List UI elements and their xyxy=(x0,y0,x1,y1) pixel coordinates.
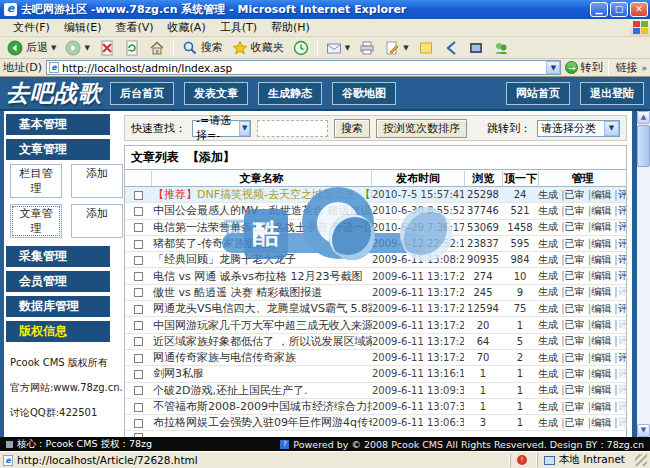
manage-link-3[interactable]: 评论 xyxy=(618,319,626,330)
history-button[interactable] xyxy=(290,39,312,57)
manage-link-3[interactable]: 评论 xyxy=(618,270,626,281)
article-title-link[interactable]: 电信第一法荣誉单条130名战士录音 奇迹一区 xyxy=(151,220,372,235)
article-title-link[interactable]: 网通传奇家族与电信传奇家族 xyxy=(151,350,372,365)
links-label[interactable]: 链接 xyxy=(615,60,637,75)
close-button[interactable]: ✕ xyxy=(630,2,648,17)
minimize-button[interactable]: ▁ xyxy=(590,2,608,17)
manage-link-1[interactable]: 已审 xyxy=(565,401,585,412)
manage-link-1[interactable]: 已审 xyxy=(565,368,585,379)
manage-link-3[interactable]: 评论 xyxy=(618,286,626,297)
scrollbar-track[interactable] xyxy=(637,124,650,424)
search-button[interactable]: 搜索 xyxy=(179,39,226,57)
vertical-scrollbar[interactable]: ▲ ▼ xyxy=(637,111,650,437)
manage-link-0[interactable]: 生成 xyxy=(538,335,558,346)
manage-link-2[interactable]: 编辑 xyxy=(591,254,611,265)
manage-link-2[interactable]: 编辑 xyxy=(591,221,611,232)
checkbox[interactable] xyxy=(134,321,143,330)
manage-link-0[interactable]: 生成 xyxy=(538,286,558,297)
manage-link-2[interactable]: 编辑 xyxy=(591,368,611,379)
scroll-down-icon[interactable]: ▼ xyxy=(637,424,650,437)
article-title-link[interactable]: 中国网游玩家几千万大军中超三成无收入来源 xyxy=(151,318,372,333)
resize-grip[interactable] xyxy=(635,454,647,466)
sidebar-group[interactable]: 数据库管理 xyxy=(6,296,110,317)
links-chevron-icon[interactable]: » xyxy=(641,63,647,73)
manage-link-2[interactable]: 编辑 xyxy=(591,352,611,363)
sidebar-subitem[interactable]: 栏目管理 xyxy=(10,164,62,198)
manage-link-0[interactable]: 生成 xyxy=(538,270,558,281)
menu-item[interactable]: 收藏(A) xyxy=(161,18,213,37)
checkbox[interactable] xyxy=(134,433,143,437)
checkbox[interactable] xyxy=(134,305,143,314)
edit-button[interactable]: ▼ xyxy=(381,39,411,57)
forward-button[interactable]: ▼ xyxy=(62,39,92,57)
header-nav-button[interactable]: 发表文章 xyxy=(184,82,248,105)
article-title-link[interactable]: 个破2D游戏,还扯上国民生产了. xyxy=(151,383,372,398)
jump-select[interactable]: 请选择分类 ▼ xyxy=(537,120,620,137)
sidebar-group[interactable]: 版权信息 xyxy=(6,321,110,342)
manage-link-0[interactable]: 生成 xyxy=(538,254,558,265)
checkbox[interactable] xyxy=(134,386,143,395)
manage-link-1[interactable]: 已审 xyxy=(565,384,585,395)
manage-link-2[interactable]: 编辑 xyxy=(591,417,611,428)
notes-button[interactable] xyxy=(415,39,437,57)
manage-link-0[interactable]: 生成 xyxy=(538,319,558,330)
manage-link-2[interactable]: 编辑 xyxy=(591,189,611,200)
article-title-link[interactable]: 【推荐】DNF搞笑视频-去天空之城怎么走 【荐】 xyxy=(151,187,372,202)
manage-link-3[interactable]: 评论 xyxy=(618,335,626,346)
maximize-button[interactable]: □ xyxy=(610,2,628,17)
menu-item[interactable]: 编辑(E) xyxy=(57,18,109,37)
manage-link-2[interactable]: 编辑 xyxy=(591,286,611,297)
manage-link-0[interactable]: 生成 xyxy=(538,221,558,232)
article-title-link[interactable]: 中国公会最感人的MV：乱世造英合 超级超级感人 xyxy=(151,203,372,218)
sort-by-views-button[interactable]: 按浏览次数排序 xyxy=(376,119,467,138)
article-title-link[interactable]: 布拉格网娱工会强势入驻09年巨作网游4q传奇 xyxy=(151,415,372,430)
manage-link-3[interactable]: 评论 xyxy=(618,384,626,395)
print-button[interactable] xyxy=(356,39,378,57)
manage-link-0[interactable]: 生成 xyxy=(538,238,558,249)
edit-dropdown-icon[interactable]: ▼ xyxy=(403,44,408,52)
keyword-input[interactable] xyxy=(257,120,328,137)
manage-link-3[interactable]: 评论 xyxy=(618,221,626,232)
checkbox[interactable] xyxy=(134,403,143,412)
manage-link-0[interactable]: 生成 xyxy=(538,303,558,314)
manage-link-3[interactable]: 评论 xyxy=(618,368,626,379)
mail-button[interactable]: ▼ xyxy=(323,39,353,57)
stop-button[interactable] xyxy=(96,39,118,57)
manage-link-2[interactable]: 编辑 xyxy=(591,401,611,412)
manage-link-1[interactable]: 已审 xyxy=(565,238,585,249)
checkbox[interactable] xyxy=(134,288,143,297)
manage-link-2[interactable]: 编辑 xyxy=(591,238,611,249)
sidebar-add-button[interactable]: 添加 xyxy=(71,164,123,198)
manage-link-1[interactable]: 已审 xyxy=(565,352,585,363)
sidebar-group[interactable]: 文章管理 xyxy=(6,139,110,160)
manage-link-3[interactable]: 评论 xyxy=(618,238,626,249)
manage-link-0[interactable]: 生成 xyxy=(538,417,558,428)
checkbox[interactable] xyxy=(134,256,143,265)
msn-button[interactable] xyxy=(440,39,462,57)
sidebar-group[interactable]: 基本管理 xyxy=(6,114,110,135)
manage-link-0[interactable]: 生成 xyxy=(538,205,558,216)
menu-item[interactable]: 文件(F) xyxy=(6,18,57,37)
header-nav-button[interactable]: 退出登陆 xyxy=(580,82,644,105)
sidebar-add-button[interactable]: 添加 xyxy=(71,204,123,238)
article-title-link[interactable]: 猪都笑了-传奇家族版[酷] xyxy=(151,236,372,251)
add-article-link[interactable]: 【添加】 xyxy=(187,149,235,166)
manage-link-2[interactable]: 编辑 xyxy=(591,319,611,330)
manage-link-2[interactable]: 编辑 xyxy=(591,303,611,314)
manage-link-0[interactable]: 生成 xyxy=(538,384,558,395)
checkbox[interactable] xyxy=(134,370,143,379)
category-select[interactable]: -=请选择=- ▼ xyxy=(192,120,251,137)
manage-link-0[interactable]: 生成 xyxy=(538,352,558,363)
checkbox[interactable] xyxy=(134,272,143,281)
back-button[interactable]: 后退 ▼ xyxy=(4,39,59,57)
favorites-button[interactable]: 收藏夹 xyxy=(229,39,287,57)
sidebar-group[interactable]: 采集管理 xyxy=(6,246,110,267)
manage-link-0[interactable]: 生成 xyxy=(538,189,558,200)
manage-link-0[interactable]: 生成 xyxy=(538,401,558,412)
search-submit-button[interactable]: 搜索 xyxy=(334,119,370,138)
checkbox[interactable] xyxy=(134,191,143,200)
go-button[interactable]: → 转到 xyxy=(565,60,602,75)
article-title-link[interactable]: 网通龙头VS电信四大、龙腾皇城VS霸气 5.8家族全体总动员 【荐】 xyxy=(151,301,372,316)
manage-link-1[interactable]: 已审 xyxy=(565,270,585,281)
menu-item[interactable]: 工具(T) xyxy=(213,18,264,37)
